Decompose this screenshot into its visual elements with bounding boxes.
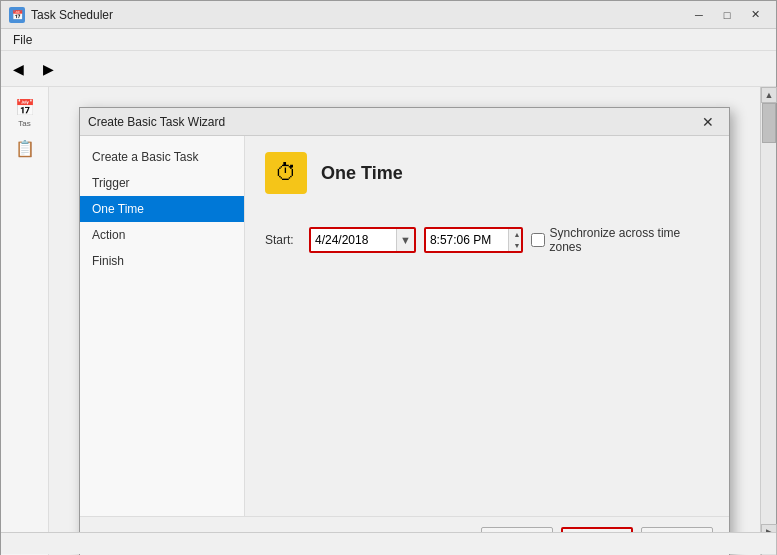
window-controls: ─ □ ✕ <box>686 5 768 25</box>
dialog-titlebar: Create Basic Task Wizard ✕ <box>80 108 729 136</box>
time-input[interactable] <box>426 231 508 249</box>
time-input-wrap: ▲ ▼ <box>424 227 523 253</box>
main-layout: 📅 Tas 📋 Create Basic Task Wizard ✕ <box>1 87 776 555</box>
wizard-content: ⏱ One Time Start: ▼ <box>245 136 729 516</box>
close-button[interactable]: ✕ <box>742 5 768 25</box>
nav-item-finish[interactable]: Finish <box>80 248 244 274</box>
menu-file[interactable]: File <box>5 31 40 49</box>
statusbar <box>1 532 776 554</box>
sidebar: 📅 Tas 📋 <box>1 87 49 555</box>
sidebar-item-label: Tas <box>18 119 30 128</box>
sync-checkbox-wrap: Synchronize across time zones <box>531 226 709 254</box>
forward-toolbar-button[interactable]: ▶ <box>35 56 61 82</box>
nav-item-action[interactable]: Action <box>80 222 244 248</box>
start-field-row: Start: ▼ ▲ <box>265 226 709 254</box>
back-toolbar-button[interactable]: ◀ <box>5 56 31 82</box>
sidebar-item-extra[interactable]: 📋 <box>1 132 48 164</box>
dialog-close-button[interactable]: ✕ <box>695 112 721 132</box>
calendar-button[interactable]: ▼ <box>396 229 414 251</box>
nav-item-trigger[interactable]: Trigger <box>80 170 244 196</box>
sync-checkbox[interactable] <box>531 233 544 247</box>
start-label: Start: <box>265 233 301 247</box>
tasks-icon: 📅 <box>13 95 37 119</box>
app-icon: 📅 <box>9 7 25 23</box>
scrollbar: ▲ ▶ ▼ <box>760 87 776 555</box>
extra-icon: 📋 <box>13 136 37 160</box>
scroll-track <box>761 103 776 524</box>
maximize-button[interactable]: □ <box>714 5 740 25</box>
time-spinner: ▲ ▼ <box>508 229 523 251</box>
wizard-nav: Create a Basic Task Trigger One Time Act… <box>80 136 245 516</box>
nav-item-create-basic-task[interactable]: Create a Basic Task <box>80 144 244 170</box>
date-input[interactable] <box>311 231 396 249</box>
time-spin-down[interactable]: ▼ <box>509 240 523 251</box>
nav-item-one-time[interactable]: One Time <box>80 196 244 222</box>
app-title: Task Scheduler <box>31 8 680 22</box>
menubar: File <box>1 29 776 51</box>
wizard-header: ⏱ One Time <box>265 152 709 194</box>
scroll-up-button[interactable]: ▲ <box>761 87 777 103</box>
minimize-button[interactable]: ─ <box>686 5 712 25</box>
dialog: Create Basic Task Wizard ✕ Create a Basi… <box>79 107 730 555</box>
date-input-wrap: ▼ <box>309 227 416 253</box>
wizard-title: One Time <box>321 163 403 184</box>
outer-titlebar: 📅 Task Scheduler ─ □ ✕ <box>1 1 776 29</box>
dialog-body: Create a Basic Task Trigger One Time Act… <box>80 136 729 516</box>
toolbar: ◀ ▶ <box>1 51 776 87</box>
outer-window: 📅 Task Scheduler ─ □ ✕ File ◀ ▶ 📅 Tas 📋 <box>0 0 777 555</box>
content-area: Create Basic Task Wizard ✕ Create a Basi… <box>49 87 760 555</box>
scroll-thumb[interactable] <box>762 103 776 143</box>
modal-overlay: Create Basic Task Wizard ✕ Create a Basi… <box>49 87 760 555</box>
sidebar-item-tasks[interactable]: 📅 Tas <box>1 91 48 132</box>
dialog-title: Create Basic Task Wizard <box>88 115 689 129</box>
sync-label: Synchronize across time zones <box>550 226 710 254</box>
time-spin-up[interactable]: ▲ <box>509 229 523 240</box>
wizard-icon: ⏱ <box>265 152 307 194</box>
